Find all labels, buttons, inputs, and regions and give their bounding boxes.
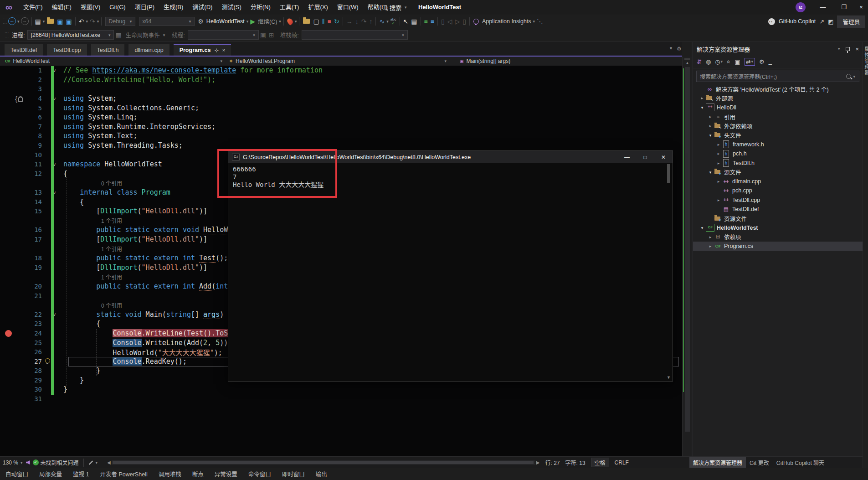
pointer-icon[interactable]: ↖ — [403, 18, 409, 25]
bottom-tab-开发者 PowerShell[interactable]: 开发者 PowerShell — [100, 470, 147, 478]
parallel-stacks-icon[interactable]: ∿ — [379, 18, 385, 25]
code-line[interactable]: 8using System.Text; — [0, 131, 682, 141]
codelens-references[interactable]: 1 个引用 — [0, 217, 122, 224]
toggle-bookmark-icon[interactable]: ▯ — [441, 18, 445, 25]
bottom-tab-局部变量[interactable]: 局部变量 — [39, 470, 62, 478]
flag-thread-icon[interactable]: ▣ — [260, 31, 266, 39]
expander-chevron-icon[interactable]: ▾ — [707, 133, 714, 138]
save-icon[interactable]: ▣ — [57, 18, 63, 25]
undo-icon[interactable]: ↶ — [79, 18, 84, 25]
quick-actions-lightbulb-icon[interactable] — [45, 358, 50, 363]
menu-E[interactable]: 编辑(E) — [47, 4, 76, 10]
health-indicator[interactable]: ✓ 未找到相关问题 — [33, 459, 79, 466]
code-line[interactable]: 9using System.Threading.Tasks; — [0, 141, 682, 150]
codelens-references[interactable]: 0 个引用 — [0, 301, 122, 309]
menu-T[interactable]: 工具(T) — [275, 4, 304, 10]
scroll-up-icon[interactable]: ▲ — [683, 61, 692, 65]
close-panel-icon[interactable]: × — [855, 46, 859, 52]
code-line[interactable]: 4∨using System; — [0, 94, 682, 103]
code-line[interactable]: 5using System.Collections.Generic; — [0, 103, 682, 113]
tree-item-HelloDll[interactable]: ▾++HelloDll — [693, 103, 863, 112]
break-all-icon[interactable]: ‖ — [322, 18, 325, 25]
solution-explorer-header[interactable]: 解决方案资源管理器 ▾ × — [693, 42, 863, 56]
code-line[interactable]: 1∨// See https://aka.ms/new-console-temp… — [0, 66, 682, 75]
menu-P[interactable]: 项目(P) — [130, 4, 159, 10]
bottom-tab-调用堆栈[interactable]: 调用堆栈 — [159, 470, 181, 478]
stack-frame-dropdown[interactable]: ▾ — [302, 30, 408, 40]
new-item-icon[interactable]: ▤ — [35, 18, 41, 25]
tree-item-外部源[interactable]: ▸↖外部源 — [693, 93, 863, 103]
code-line[interactable]: 31 — [0, 394, 682, 404]
tree-item-引用[interactable]: ▸▫▫引用 — [693, 112, 863, 121]
menu-S[interactable]: 测试(S) — [217, 4, 246, 10]
bottom-tab-即时窗口[interactable]: 即时窗口 — [282, 470, 305, 478]
tree-item-源文件[interactable]: ▾▼源文件 — [693, 168, 863, 177]
chevron-down-icon[interactable]: ▾ — [295, 19, 297, 24]
thread-dropdown[interactable]: ▾ — [188, 30, 259, 40]
project-dropdown[interactable]: C# HelloWorldTest ▾ — [5, 57, 226, 66]
github-copilot-icon[interactable] — [768, 18, 775, 25]
expander-chevron-icon[interactable]: ▸ — [715, 179, 722, 184]
expander-chevron-icon[interactable]: ▸ — [715, 151, 722, 156]
member-dropdown[interactable]: ▣ Main(string[] args) — [459, 57, 510, 66]
scroll-right-icon[interactable]: ▶ — [536, 460, 540, 465]
nav-forward-icon[interactable]: → — [21, 17, 29, 25]
pin-icon[interactable] — [846, 47, 850, 51]
chevron-down-icon[interactable]: ▾ — [247, 19, 249, 24]
search-box[interactable]: 搜索 ▾ — [382, 0, 407, 15]
code-line[interactable]: 2//Console.WriteLine("Hello, World!"); — [0, 75, 682, 85]
restart-icon[interactable]: ↻ — [334, 18, 339, 25]
application-insights-label[interactable]: Application Insights — [482, 18, 531, 25]
zoom-dropdown[interactable]: 130 %▾ — [3, 459, 23, 466]
close-tab-icon[interactable]: × — [222, 47, 225, 53]
scrollbar-thumb[interactable] — [685, 67, 690, 432]
expander-chevron-icon[interactable]: ▾ — [699, 105, 706, 110]
step-out-icon[interactable]: ↑ — [369, 18, 372, 25]
menu-N[interactable]: 分析(N) — [246, 4, 275, 10]
wrench-icon[interactable]: ⚙ — [759, 58, 765, 65]
application-insights-icon[interactable] — [473, 19, 479, 24]
toolbar-grip[interactable]: ⋮⋮ — [5, 31, 9, 40]
bottom-tab-自动窗口[interactable]: 自动窗口 — [5, 470, 28, 478]
code-cleanup-button[interactable]: ▾ — [88, 460, 98, 465]
bottom-tab-输出[interactable]: 输出 — [316, 470, 327, 478]
codelens-references[interactable]: 1 个引用 — [0, 273, 122, 281]
tree-item-dllmain.cpp[interactable]: ▸++dllmain.cpp — [693, 177, 863, 186]
open-folder-icon[interactable] — [47, 19, 54, 24]
menu-F[interactable]: 文件(F) — [19, 4, 47, 10]
expander-chevron-icon[interactable]: ▸ — [707, 114, 714, 119]
refresh-icon[interactable]: ◍ — [706, 58, 711, 65]
codelens-references[interactable]: 0 个引用 — [0, 179, 122, 187]
solution-platforms-dropdown[interactable]: x64▾ — [139, 17, 195, 26]
show-flagged-only-icon[interactable]: ⊞ — [269, 31, 274, 39]
tab-dllmain.cpp[interactable]: dllmain.cpp — [128, 44, 169, 56]
menu-X[interactable]: 扩展(X) — [303, 4, 332, 10]
continue-icon[interactable]: ▶ — [250, 18, 255, 25]
collapse-all-icon[interactable]: « — [727, 58, 730, 65]
expander-chevron-icon[interactable]: ▸ — [707, 124, 714, 128]
tree-item-依赖项[interactable]: ▸⊞依赖项 — [693, 232, 863, 242]
chevron-down-icon[interactable]: ▾ — [386, 19, 389, 24]
pending-changes-filter-icon[interactable]: ◷▾ — [715, 58, 723, 65]
menu-W[interactable]: 窗口(W) — [333, 4, 363, 10]
pin-tab-icon[interactable]: ⊹ — [214, 47, 218, 53]
menu-D[interactable]: 调试(D) — [188, 4, 217, 10]
chevron-down-icon[interactable]: ▾ — [533, 19, 535, 24]
step-over-icon[interactable]: ↷ — [361, 18, 367, 25]
tab-well-gear-icon[interactable]: ⚙ — [677, 46, 682, 52]
column-indicator[interactable]: 字符: 13 — [565, 459, 586, 466]
restore-button[interactable]: ❐ — [833, 0, 854, 15]
redo-icon[interactable]: ↷ — [90, 18, 95, 25]
tree-item-TestDll.def[interactable]: ▤TestDll.def — [693, 205, 863, 214]
startup-item-label[interactable]: HelloWorldTest — [206, 18, 245, 25]
expander-chevron-icon[interactable]: ▸ — [707, 244, 714, 248]
tab-TestDll.def[interactable]: TestDll.def — [5, 44, 43, 56]
console-maximize-button[interactable]: □ — [636, 154, 654, 160]
code-line[interactable]: 30} — [0, 385, 682, 394]
window-position-chevron-icon[interactable]: ▾ — [838, 46, 840, 51]
console-minimize-button[interactable]: — — [618, 154, 636, 160]
codelens-references[interactable]: 1 个引用 — [0, 245, 122, 253]
uncomment-icon[interactable]: ≡ — [431, 18, 434, 25]
solution-explorer-search[interactable]: 搜索解决方案资源管理器(Ctrl+;) ▾ — [696, 71, 859, 82]
switch-views-icon[interactable]: ⇵ — [697, 58, 702, 65]
